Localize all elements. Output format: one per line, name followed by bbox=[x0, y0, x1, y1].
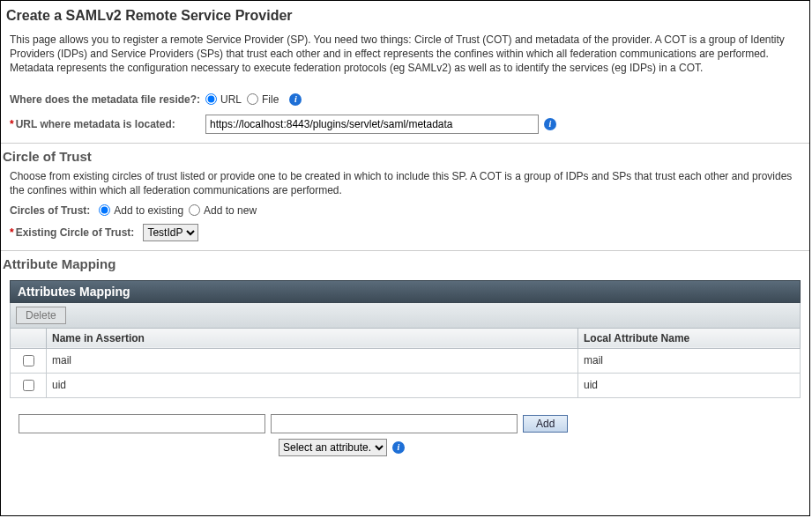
add-name-input[interactable] bbox=[19, 414, 265, 433]
mapping-panel-title: Attributes Mapping bbox=[10, 280, 801, 303]
info-icon[interactable]: i bbox=[289, 93, 302, 106]
radio-add-new[interactable]: Add to new bbox=[189, 204, 257, 217]
radio-url-label: URL bbox=[220, 93, 242, 106]
cell-local: uid bbox=[578, 373, 801, 397]
page-title: Create a SAMLv2 Remote Service Provider bbox=[6, 8, 809, 24]
radio-add-new-input[interactable] bbox=[189, 204, 200, 216]
col-local-attribute-name: Local Attribute Name bbox=[578, 328, 801, 348]
row-checkbox[interactable] bbox=[23, 355, 34, 366]
col-select bbox=[11, 328, 47, 348]
add-button[interactable]: Add bbox=[523, 415, 568, 433]
info-icon[interactable]: i bbox=[544, 118, 556, 130]
radio-file-label: File bbox=[262, 93, 279, 106]
radio-add-existing-input[interactable] bbox=[99, 204, 110, 216]
add-local-input[interactable] bbox=[271, 414, 518, 433]
radio-file[interactable]: File bbox=[247, 93, 279, 106]
intro-text: This page allows you to register a remot… bbox=[10, 33, 809, 76]
existing-cot-label: *Existing Circle of Trust: bbox=[10, 226, 134, 239]
existing-cot-select[interactable]: TestIdP bbox=[143, 224, 198, 241]
select-attribute-dropdown[interactable]: Select an attribute. bbox=[279, 439, 387, 456]
col-name-in-assertion: Name in Assertion bbox=[47, 328, 578, 348]
radio-url[interactable]: URL bbox=[205, 93, 242, 106]
radio-url-input[interactable] bbox=[205, 93, 217, 105]
radio-file-input[interactable] bbox=[247, 93, 258, 105]
row-checkbox[interactable] bbox=[23, 380, 34, 391]
cell-name: mail bbox=[47, 348, 578, 373]
table-row: uid uid bbox=[11, 373, 801, 397]
cell-name: uid bbox=[47, 373, 578, 397]
metadata-url-label: *URL where metadata is located: bbox=[10, 118, 205, 130]
metadata-url-input[interactable] bbox=[205, 115, 539, 134]
metadata-where-label: Where does the metadata file reside?: bbox=[10, 93, 205, 106]
delete-button[interactable]: Delete bbox=[16, 307, 66, 324]
cot-label: Circles of Trust: bbox=[10, 204, 90, 217]
section-attribute-mapping: Attribute Mapping bbox=[3, 256, 809, 271]
info-icon[interactable]: i bbox=[392, 441, 405, 454]
table-row: mail mail bbox=[11, 348, 801, 373]
cot-description: Choose from existing circles of trust li… bbox=[10, 169, 809, 197]
radio-add-existing[interactable]: Add to existing bbox=[99, 204, 183, 217]
radio-add-existing-label: Add to existing bbox=[114, 204, 183, 217]
section-circle-of-trust: Circle of Trust bbox=[3, 149, 809, 164]
cell-local: mail bbox=[578, 348, 801, 373]
radio-add-new-label: Add to new bbox=[204, 204, 257, 217]
mapping-table: Name in Assertion Local Attribute Name m… bbox=[10, 328, 801, 398]
